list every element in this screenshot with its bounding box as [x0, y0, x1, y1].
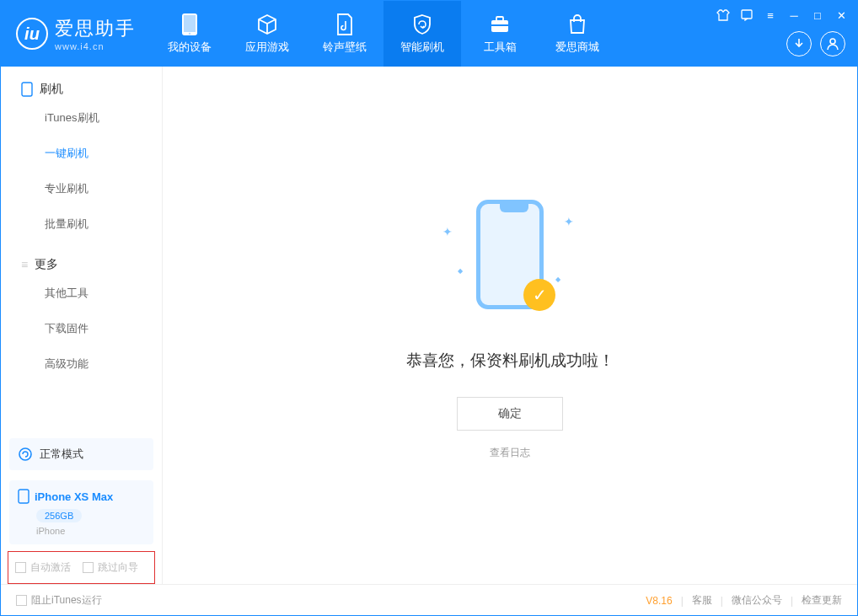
nav-my-device[interactable]: 我的设备: [151, 1, 228, 67]
skip-guide-checkbox[interactable]: 跳过向导: [83, 560, 138, 575]
feedback-icon[interactable]: [737, 6, 756, 24]
minimize-button[interactable]: ─: [785, 6, 803, 24]
svg-point-9: [19, 448, 31, 460]
header: iu 爱思助手 www.i4.cn 我的设备 应用游戏 铃声壁纸 智能刷机 工具…: [1, 1, 857, 67]
sidebar-section-flash: 刷机: [1, 67, 162, 100]
svg-rect-8: [22, 83, 32, 96]
more-icon: ≡: [21, 258, 28, 271]
device-icon: [179, 13, 201, 35]
shield-refresh-icon: [411, 13, 433, 35]
device-capacity: 256GB: [36, 509, 82, 522]
svg-rect-1: [184, 15, 196, 32]
main-content: ✦ ◆ ✦ ◆ ✓ 恭喜您，保资料刷机成功啦！ 确定 查看日志: [163, 67, 857, 584]
svg-rect-6: [742, 10, 752, 19]
music-file-icon: [334, 13, 356, 35]
device-mode-box[interactable]: 正常模式: [9, 438, 153, 470]
app-domain: www.i4.cn: [55, 41, 136, 51]
wechat-link[interactable]: 微信公众号: [732, 593, 782, 608]
nav-smart-flash[interactable]: 智能刷机: [383, 1, 461, 67]
confirm-button[interactable]: 确定: [457, 397, 563, 431]
version-label: V8.16: [646, 595, 672, 607]
sidebar-section-more: ≡ 更多: [1, 242, 162, 276]
sidebar-item-advanced[interactable]: 高级功能: [1, 346, 162, 382]
header-right-buttons: [786, 31, 845, 56]
block-itunes-checkbox[interactable]: 阻止iTunes运行: [16, 593, 102, 608]
check-update-link[interactable]: 检查更新: [802, 593, 842, 608]
sidebar-item-itunes-flash[interactable]: iTunes刷机: [1, 100, 162, 136]
svg-rect-4: [496, 17, 503, 21]
close-button[interactable]: ✕: [832, 6, 850, 24]
shopping-bag-icon: [566, 13, 588, 35]
success-illustration: ✦ ◆ ✦ ◆ ✓: [434, 191, 586, 326]
app-name: 爱思助手: [55, 16, 136, 41]
check-badge-icon: ✓: [523, 279, 555, 311]
download-button[interactable]: [786, 31, 812, 56]
options-highlighted-box: 自动激活 跳过向导: [8, 551, 155, 584]
svg-rect-5: [491, 24, 508, 26]
app-logo: iu 爱思助手 www.i4.cn: [1, 16, 151, 51]
cube-icon: [256, 13, 278, 35]
user-button[interactable]: [820, 31, 845, 56]
device-info-box[interactable]: iPhone XS Max 256GB iPhone: [9, 480, 153, 544]
sidebar-item-pro-flash[interactable]: 专业刷机: [1, 171, 162, 206]
menu-icon[interactable]: ≡: [761, 6, 780, 24]
toolbox-icon: [489, 13, 511, 35]
titlebar-controls: ≡ ─ □ ✕: [714, 6, 850, 24]
phone-icon: [21, 82, 33, 97]
sidebar-item-oneclick-flash[interactable]: 一键刷机: [1, 136, 162, 171]
nav-ringtone-wallpaper[interactable]: 铃声壁纸: [306, 1, 383, 67]
sidebar-item-batch-flash[interactable]: 批量刷机: [1, 206, 162, 242]
device-icon: [18, 489, 29, 504]
nav-toolbox[interactable]: 工具箱: [461, 1, 539, 67]
device-type: iPhone: [36, 526, 145, 536]
view-log-link[interactable]: 查看日志: [490, 446, 530, 460]
sidebar-item-other-tools[interactable]: 其他工具: [1, 276, 162, 311]
logo-icon: iu: [16, 18, 48, 50]
nav-apps-games[interactable]: 应用游戏: [228, 1, 306, 67]
maximize-button[interactable]: □: [808, 6, 827, 24]
success-message: 恭喜您，保资料刷机成功啦！: [406, 350, 614, 372]
svg-point-7: [830, 39, 835, 44]
svg-point-2: [189, 32, 190, 34]
sidebar: 刷机 iTunes刷机 一键刷机 专业刷机 批量刷机 ≡ 更多 其他工具 下载固…: [1, 67, 163, 584]
footer: 阻止iTunes运行 V8.16 | 客服 | 微信公众号 | 检查更新: [1, 584, 857, 616]
auto-activate-checkbox[interactable]: 自动激活: [15, 560, 71, 575]
tshirt-icon[interactable]: [714, 6, 732, 24]
svg-rect-10: [19, 490, 29, 503]
sidebar-item-download-firmware[interactable]: 下载固件: [1, 311, 162, 346]
support-link[interactable]: 客服: [692, 593, 712, 608]
nav-store[interactable]: 爱思商城: [539, 1, 616, 67]
refresh-icon: [18, 447, 33, 462]
main-nav: 我的设备 应用游戏 铃声壁纸 智能刷机 工具箱 爱思商城: [151, 1, 616, 67]
device-name: iPhone XS Max: [35, 490, 113, 503]
